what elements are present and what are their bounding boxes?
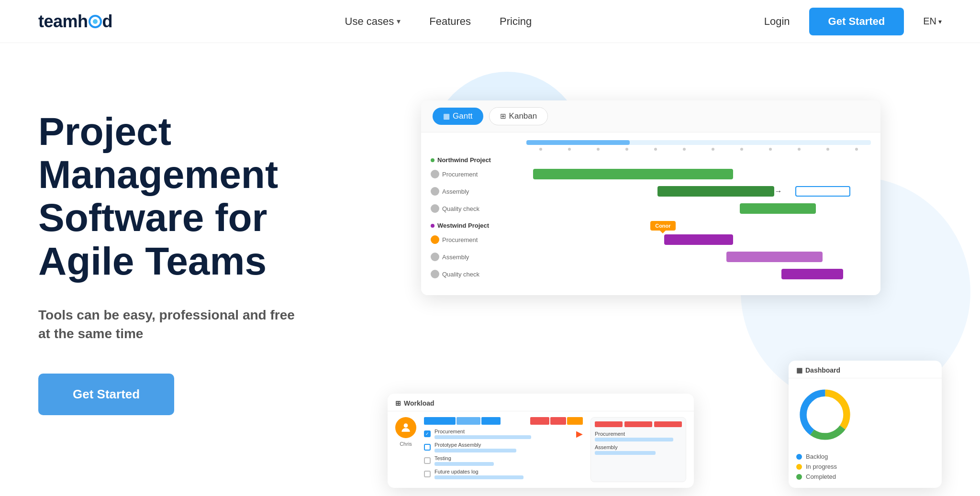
- row-avatar-4: [431, 253, 439, 261]
- bar-0: [533, 169, 733, 179]
- gantt-body: Northwind Project Procurement: [421, 132, 880, 295]
- kanban-bar-red1: [595, 421, 623, 427]
- bar-5: [781, 269, 844, 279]
- nav-pricing[interactable]: Pricing: [500, 15, 532, 28]
- workload-avatar: [395, 417, 416, 438]
- bar-area-1: →: [526, 186, 871, 197]
- logo-text-start: teamh: [38, 11, 88, 32]
- header-bar-blue3: [481, 417, 501, 425]
- workload-title: ⊞ Workload: [388, 394, 694, 411]
- legend-item-backlog: Backlog: [796, 453, 934, 460]
- project-2-dot: [431, 224, 434, 228]
- gantt-row-4: Assembly: [431, 250, 871, 264]
- svg-point-5: [813, 402, 837, 427]
- tab-gantt-label: Gantt: [453, 111, 473, 121]
- project-group-1: Northwind Project Procurement: [431, 156, 871, 215]
- workload-task-2: Testing: [424, 455, 583, 466]
- hero-get-started-button[interactable]: Get Started: [38, 374, 174, 415]
- task-label-2: Testing: [434, 455, 583, 461]
- task-label-0: Procurement: [434, 429, 572, 434]
- gantt-row-1: Assembly →: [431, 185, 871, 198]
- row-label-3: Procurement: [431, 235, 526, 244]
- logo-icon: [89, 15, 102, 28]
- task-box-3: [424, 471, 431, 477]
- kanban-bar-red2: [624, 421, 652, 427]
- row-avatar-2: [431, 204, 439, 213]
- svg-point-0: [404, 423, 408, 428]
- row-label-4: Assembly: [431, 253, 526, 261]
- bar-3: [664, 234, 733, 245]
- project-1-name: Northwind Project: [437, 156, 491, 164]
- hero-subtitle: Tools can be easy, professional and free…: [38, 306, 297, 343]
- dashboard-body: Backlog In progress Completed: [789, 378, 942, 488]
- logo[interactable]: teamh d: [38, 11, 112, 32]
- kanban-label-2: Assembly: [595, 444, 682, 450]
- legend-item-inprogress: In progress: [796, 463, 934, 470]
- tab-kanban-label: Kanban: [509, 111, 537, 121]
- header-bar-orange: [567, 417, 583, 425]
- workload-icon: ⊞: [395, 399, 401, 407]
- legend-dot-completed: [796, 474, 802, 480]
- legend-dot-backlog: [796, 454, 802, 460]
- legend-label-inprogress: In progress: [806, 463, 837, 470]
- kanban-bar-red3: [654, 421, 682, 427]
- nav-use-cases[interactable]: Use cases: [345, 15, 401, 28]
- task-label-3: Future updates log: [434, 469, 583, 474]
- row-text-1: Assembly: [442, 188, 469, 195]
- dashboard-title: ▦ Dashboard: [789, 361, 942, 378]
- project-2-name: Westwind Project: [437, 222, 489, 229]
- workload-window: ⊞ Workload Chris: [388, 394, 694, 488]
- bar-area-5: [526, 269, 871, 279]
- nav-login[interactable]: Login: [764, 15, 790, 28]
- workload-task-1: Prototype Assembly: [424, 442, 583, 452]
- tab-kanban[interactable]: ⊞ Kanban: [489, 107, 548, 125]
- row-avatar-5: [431, 270, 439, 278]
- nav-actions: Login Get Started EN: [764, 8, 942, 35]
- row-text-2: Quality check: [442, 205, 479, 212]
- tab-gantt[interactable]: ▦ Gantt: [433, 108, 483, 125]
- task-bar-1: [434, 449, 516, 452]
- language-selector[interactable]: EN: [923, 16, 942, 27]
- dashboard-legend: Backlog In progress Completed: [796, 453, 934, 480]
- gantt-row-2: Quality check: [431, 202, 871, 215]
- gantt-row-5: Quality check: [431, 267, 871, 281]
- gantt-row-0: Procurement: [431, 167, 871, 181]
- task-box-1: [424, 444, 431, 451]
- legend-label-backlog: Backlog: [806, 453, 828, 460]
- legend-item-completed: Completed: [796, 473, 934, 480]
- kanban-bar-1: [595, 438, 673, 441]
- task-check-0: ✓: [424, 430, 431, 437]
- nav-features[interactable]: Features: [429, 15, 471, 28]
- row-label-2: Quality check: [431, 204, 526, 213]
- bar-4: [726, 252, 823, 262]
- workload-task-0: ✓ Procurement ▶: [424, 429, 583, 439]
- kanban-icon: ⊞: [500, 112, 506, 121]
- task-label-1: Prototype Assembly: [434, 442, 583, 448]
- workload-user: Chris: [395, 417, 416, 482]
- hero-left: Project Management Software for Agile Te…: [38, 81, 364, 415]
- kanban-bar-2: [595, 451, 656, 455]
- gantt-window: ▦ Gantt ⊞ Kanban: [421, 100, 880, 295]
- task-box-2: [424, 457, 431, 464]
- hero-title: Project Management Software for Agile Te…: [38, 110, 364, 283]
- task-content-0: Procurement: [434, 429, 572, 439]
- row-avatar-1: [431, 187, 439, 196]
- row-text-4: Assembly: [442, 254, 469, 261]
- nav-get-started-button[interactable]: Get Started: [809, 8, 904, 35]
- bar-1: [657, 186, 775, 197]
- row-label-5: Quality check: [431, 270, 526, 278]
- bar-area-0: [526, 169, 871, 179]
- header-bar-blue1: [424, 417, 456, 425]
- gantt-tabs: ▦ Gantt ⊞ Kanban: [421, 100, 880, 132]
- project-1-label: Northwind Project: [431, 156, 871, 164]
- kanban-header-bars: [595, 421, 682, 427]
- row-label-1: Assembly: [431, 187, 526, 196]
- donut-chart: [796, 386, 854, 443]
- row-avatar-3: [431, 235, 439, 244]
- workload-task-3: Future updates log: [424, 469, 583, 479]
- gantt-month-dots: [431, 148, 871, 151]
- gantt-timeline-header: [431, 140, 871, 145]
- task-arrow-0: ▶: [576, 429, 583, 439]
- task-bar-3: [434, 475, 523, 479]
- hero-right: ▦ Gantt ⊞ Kanban: [383, 81, 942, 496]
